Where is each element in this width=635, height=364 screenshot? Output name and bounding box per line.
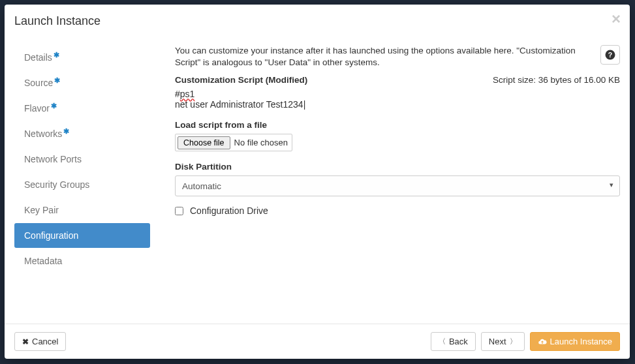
modal-footer: ✖ Cancel 〈 Back Next 〉 Launch Instance [5,324,630,359]
sidebar-item-label: Key Pair [24,205,59,215]
sidebar-item-label: Networks [24,129,62,139]
sidebar-item-label: Flavor [24,103,50,114]
sidebar-item-source[interactable]: Source✱ [14,70,150,95]
chevron-left-icon: 〈 [439,337,446,346]
load-script-label: Load script from a file [175,120,620,130]
launch-instance-modal: Launch Instance × Details✱ Source✱ Flavo… [5,5,630,359]
partition-label: Disk Partition [175,162,620,172]
sidebar-item-metadata[interactable]: Metadata [14,249,150,273]
sidebar-item-security-groups[interactable]: Security Groups [14,172,150,197]
sidebar-item-flavor[interactable]: Flavor✱ [14,96,150,121]
back-label: Back [449,337,468,346]
sidebar-item-label: Security Groups [24,179,89,190]
chevron-right-icon: 〉 [510,337,517,346]
file-status: No file chosen [234,138,288,147]
sidebar-item-networks[interactable]: Networks✱ [14,121,150,146]
sidebar-item-label: Network Ports [24,154,82,164]
sidebar-item-label: Metadata [24,256,62,266]
file-input-row: Choose file No file chosen [175,134,292,151]
script-label: Customization Script (Modified) [175,75,307,85]
next-button[interactable]: Next 〉 [481,332,525,351]
content-panel: You can customize your instance after it… [150,36,620,324]
x-icon: ✖ [22,337,29,346]
cancel-button[interactable]: ✖ Cancel [14,332,66,351]
sidebar-item-details[interactable]: Details✱ [14,45,150,70]
required-marker: ✱ [54,51,59,59]
intro-text: You can customize your instance after it… [175,45,593,68]
required-marker: ✱ [63,127,69,135]
sidebar-item-key-pair[interactable]: Key Pair [14,198,150,222]
sidebar-item-network-ports[interactable]: Network Ports [14,147,150,172]
launch-label: Launch Instance [550,337,612,346]
configuration-drive-label: Configuration Drive [190,205,268,216]
back-button[interactable]: 〈 Back [431,332,476,351]
sidebar-item-label: Configuration [24,230,78,241]
script-size: Script size: 36 bytes of 16.00 KB [493,75,620,85]
sidebar-item-configuration[interactable]: Configuration [14,223,150,248]
launch-instance-button[interactable]: Launch Instance [530,332,620,351]
required-marker: ✱ [54,76,60,84]
customization-script-input[interactable]: #ps1 net user Administrator Test1234| [175,89,620,110]
modal-header: Launch Instance × [5,5,630,36]
svg-text:?: ? [608,51,612,59]
sidebar-item-label: Details [24,52,52,63]
next-label: Next [489,337,506,346]
required-marker: ✱ [51,102,57,110]
close-icon[interactable]: × [612,11,621,27]
configuration-drive-checkbox[interactable] [175,207,183,215]
help-icon: ? [604,49,616,61]
cancel-label: Cancel [32,337,58,346]
sidebar-item-label: Source [24,78,53,88]
help-button[interactable]: ? [600,45,620,65]
disk-partition-select[interactable]: Automatic [175,175,620,196]
choose-file-button[interactable]: Choose file [178,136,230,149]
modal-title: Launch Instance [14,14,101,27]
cloud-upload-icon [538,337,547,346]
wizard-sidebar: Details✱ Source✱ Flavor✱ Networks✱ Netwo… [14,36,150,324]
